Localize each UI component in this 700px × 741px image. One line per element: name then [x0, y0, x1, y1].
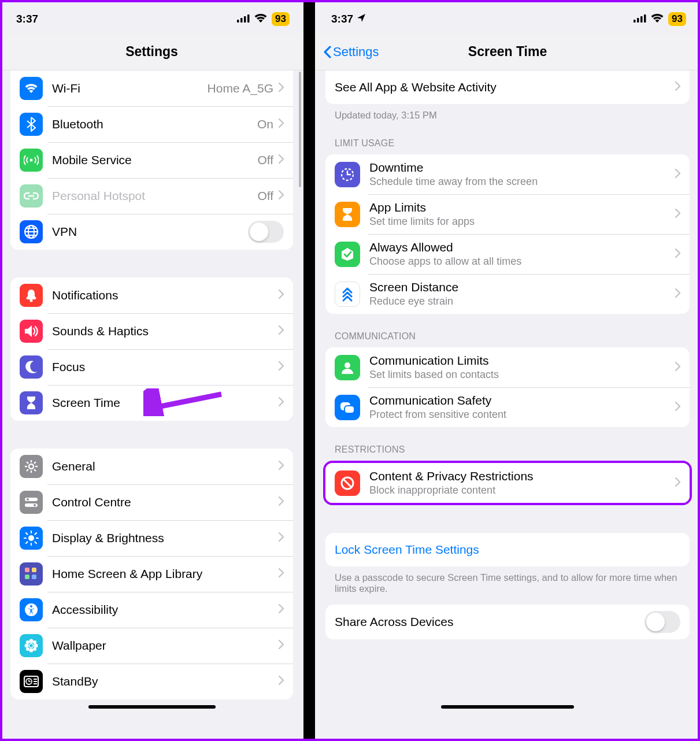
battery-icon: 93: [272, 12, 290, 26]
chevron-right-icon: [278, 461, 284, 472]
lock-screentime-label: Lock Screen Time Settings: [335, 543, 479, 557]
share-across-devices-row[interactable]: Share Across Devices: [325, 605, 690, 639]
row-title: Downtime: [369, 161, 675, 175]
settings-row-vpn[interactable]: VPN: [10, 214, 293, 250]
row-communication-safety[interactable]: Communication SafetyProtect from sensiti…: [325, 387, 690, 427]
row-downtime[interactable]: DowntimeSchedule time away from the scre…: [325, 154, 690, 194]
row-subtitle: Set limits based on contacts: [369, 369, 675, 381]
chevron-right-icon: [278, 568, 284, 580]
screentime-screenshot: 3:37 93 Settings Screen Time See All App…: [315, 0, 700, 741]
flower-icon: [20, 634, 43, 657]
location-icon: [357, 13, 366, 25]
lock-settings-group: Lock Screen Time Settings: [325, 533, 690, 566]
settings-row-notifications[interactable]: Notifications: [10, 277, 293, 313]
scrollbar[interactable]: [299, 72, 301, 187]
settings-row-screen-time[interactable]: Screen Time: [10, 385, 293, 421]
settings-row-standby[interactable]: StandBy: [10, 664, 293, 699]
chevron-right-icon: [675, 402, 680, 413]
chevron-right-icon: [675, 288, 680, 300]
chevron-right-icon: [675, 362, 680, 373]
chevron-right-icon: [675, 81, 680, 93]
distance-icon: [335, 281, 360, 307]
home-indicator[interactable]: [441, 705, 574, 709]
settings-row-mobile-service[interactable]: Mobile ServiceOff: [10, 142, 293, 178]
row-label: Home Screen & App Library: [52, 567, 278, 581]
svg-point-21: [29, 639, 34, 643]
back-button[interactable]: Settings: [323, 45, 379, 60]
chevron-right-icon: [278, 118, 284, 130]
settings-row-wi-fi[interactable]: Wi-FiHome A_5G: [10, 71, 293, 106]
page-title: Screen Time: [468, 44, 547, 60]
row-label: Personal Hotspot: [52, 189, 257, 203]
settings-row-accessibility[interactable]: Accessibility: [10, 592, 293, 628]
row-value: On: [257, 117, 273, 131]
screentime-scroll[interactable]: See All App & Website Activity Updated t…: [315, 71, 700, 741]
row-communication-limits[interactable]: Communication LimitsSet limits based on …: [325, 347, 690, 387]
row-value: Home A_5G: [208, 81, 273, 95]
toggle[interactable]: [248, 221, 284, 243]
settings-row-wallpaper[interactable]: Wallpaper: [10, 628, 293, 664]
globe-icon: [20, 220, 43, 243]
settings-screenshot: 3:37 93 Settings Wi-FiHome A_5GBluetooth…: [0, 0, 303, 741]
limit-usage-group: DowntimeSchedule time away from the scre…: [325, 154, 690, 314]
row-content-privacy-restrictions[interactable]: Content & Privacy RestrictionsBlock inap…: [325, 463, 690, 503]
row-app-limits[interactable]: App LimitsSet time limits for apps: [325, 194, 690, 234]
lock-settings-footer: Use a passcode to secure Screen Time set…: [335, 572, 680, 594]
row-label: VPN: [52, 225, 248, 239]
cellular-icon: [237, 13, 250, 25]
hour-icon: [20, 391, 43, 414]
home-indicator[interactable]: [88, 705, 216, 709]
row-subtitle: Choose apps to allow at all times: [369, 255, 675, 268]
downtime-icon: [335, 162, 360, 187]
activity-group: See All App & Website Activity: [325, 71, 690, 104]
row-label: Mobile Service: [52, 153, 257, 167]
contact-icon: [335, 355, 360, 380]
chevron-right-icon: [278, 397, 284, 409]
settings-scroll[interactable]: Wi-FiHome A_5GBluetoothOnMobile ServiceO…: [0, 71, 303, 741]
access-icon: [20, 598, 43, 621]
wifi-icon: [20, 77, 43, 100]
svg-point-26: [33, 640, 36, 644]
row-screen-distance[interactable]: Screen DistanceReduce eye strain: [325, 274, 690, 314]
settings-row-general[interactable]: General: [10, 449, 293, 484]
row-label: Wallpaper: [52, 639, 278, 653]
allowed-icon: [335, 242, 360, 267]
lock-screentime-row[interactable]: Lock Screen Time Settings: [325, 533, 690, 566]
settings-row-control-centre[interactable]: Control Centre: [10, 484, 293, 520]
svg-point-11: [27, 498, 29, 501]
settings-row-sounds-haptics[interactable]: Sounds & Haptics: [10, 313, 293, 349]
row-label: Control Centre: [52, 495, 278, 509]
row-subtitle: Set time limits for apps: [369, 216, 675, 228]
settings-row-bluetooth[interactable]: BluetoothOn: [10, 106, 293, 142]
settings-row-display-brightness[interactable]: Display & Brightness: [10, 520, 293, 556]
svg-point-23: [25, 644, 29, 648]
battery-icon: 93: [668, 12, 686, 26]
svg-rect-42: [345, 406, 354, 413]
row-label: General: [52, 460, 278, 473]
chevron-right-icon: [278, 290, 284, 301]
row-label: Notifications: [52, 288, 278, 302]
row-label: StandBy: [52, 675, 278, 688]
nav-bar: Settings Screen Time: [315, 34, 700, 71]
chevron-right-icon: [675, 209, 680, 220]
settings-row-personal-hotspot[interactable]: Personal HotspotOff: [10, 178, 293, 214]
link-icon: [20, 184, 43, 208]
sun-icon: [20, 527, 43, 550]
status-bar: 3:37 93: [0, 0, 303, 34]
status-time: 3:37: [331, 13, 353, 25]
see-all-activity-row[interactable]: See All App & Website Activity: [325, 71, 690, 104]
svg-rect-38: [644, 14, 646, 23]
share-toggle[interactable]: [645, 611, 680, 633]
bt-icon: [20, 113, 43, 136]
settings-row-focus[interactable]: Focus: [10, 349, 293, 385]
activity-updated-label: Updated today, 3:15 PM: [335, 110, 680, 121]
row-label: Accessibility: [52, 603, 278, 617]
antenna-icon: [20, 149, 43, 172]
svg-point-40: [345, 362, 350, 368]
settings-row-home-screen-app-library[interactable]: Home Screen & App Library: [10, 556, 293, 592]
row-always-allowed[interactable]: Always AllowedChoose apps to allow at al…: [325, 234, 690, 274]
chevron-right-icon: [278, 604, 284, 616]
chevron-right-icon: [278, 640, 284, 651]
svg-point-28: [33, 647, 36, 651]
chevron-right-icon: [675, 169, 680, 180]
